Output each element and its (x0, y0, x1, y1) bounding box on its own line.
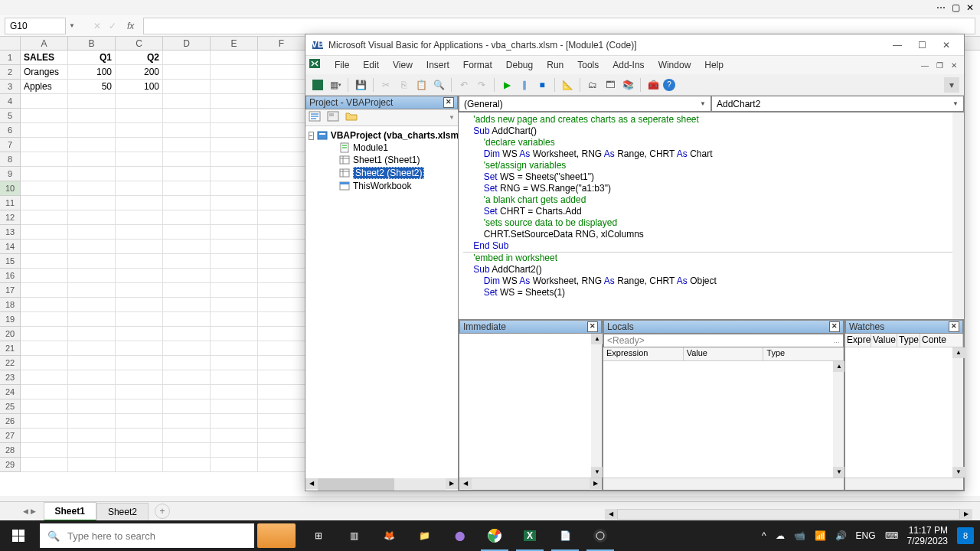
cell[interactable] (21, 269, 68, 283)
watches-body[interactable] (845, 347, 963, 478)
chrome-icon[interactable] (478, 520, 511, 551)
cell[interactable] (163, 109, 211, 123)
locals-title[interactable]: Locals ✕ (603, 320, 844, 334)
cell[interactable] (163, 138, 211, 152)
cell[interactable] (163, 80, 211, 94)
locals-body[interactable] (603, 361, 844, 478)
row-header[interactable]: 23 (0, 370, 21, 385)
row-header[interactable]: 2 (0, 65, 21, 80)
cell[interactable] (211, 399, 258, 414)
cell[interactable] (258, 240, 305, 254)
row-header[interactable]: 9 (0, 167, 21, 181)
formula-bar[interactable] (143, 18, 975, 34)
cell[interactable] (211, 458, 258, 472)
cell[interactable] (21, 356, 68, 370)
find-icon[interactable]: 🔍 (431, 77, 446, 93)
cell[interactable] (258, 370, 305, 385)
cell[interactable] (68, 254, 116, 269)
cell[interactable] (211, 138, 258, 152)
row-header[interactable]: 15 (0, 254, 21, 269)
cell[interactable] (116, 210, 163, 225)
watches-col-type[interactable]: Type (897, 334, 920, 347)
cell[interactable] (211, 269, 258, 283)
cell[interactable] (116, 414, 163, 429)
cell[interactable] (68, 240, 116, 254)
cancel-formula-icon[interactable]: ✕ (93, 21, 101, 31)
design-mode-icon[interactable]: 📐 (560, 77, 575, 93)
mdi-restore-icon[interactable]: ❐ (933, 59, 946, 71)
cell[interactable] (21, 385, 68, 399)
row-header[interactable]: 14 (0, 240, 21, 254)
project-hscroll[interactable]: ◀▶ (305, 478, 458, 491)
col-header[interactable]: A (21, 37, 68, 50)
cell[interactable] (211, 327, 258, 341)
cell[interactable] (163, 429, 211, 443)
cell[interactable] (116, 225, 163, 240)
cell[interactable] (21, 109, 68, 123)
close-button[interactable]: ✕ (935, 37, 958, 53)
cell[interactable]: Q2 (116, 51, 163, 65)
cell[interactable] (258, 298, 305, 312)
col-header[interactable]: D (163, 37, 211, 50)
cell[interactable] (116, 399, 163, 414)
cell[interactable] (116, 429, 163, 443)
row-header[interactable]: 6 (0, 123, 21, 138)
cell[interactable] (258, 167, 305, 181)
menu-help[interactable]: Help (698, 58, 730, 72)
cut-icon[interactable]: ✂ (378, 77, 394, 93)
cell[interactable] (21, 240, 68, 254)
meet-now-icon[interactable]: 📹 (794, 530, 805, 541)
row-header[interactable]: 21 (0, 341, 21, 356)
cell[interactable] (116, 152, 163, 167)
cell[interactable] (68, 458, 116, 472)
cell[interactable] (211, 254, 258, 269)
cell[interactable] (258, 138, 305, 152)
task-view-icon[interactable]: ⊞ (302, 520, 335, 551)
cell[interactable] (258, 181, 305, 196)
cell[interactable] (211, 94, 258, 109)
excel-return-icon[interactable] (309, 57, 324, 73)
undo-icon[interactable]: ↶ (456, 77, 472, 93)
cell[interactable] (116, 443, 163, 458)
cell[interactable] (258, 225, 305, 240)
cell[interactable] (258, 196, 305, 210)
cell[interactable] (21, 210, 68, 225)
close-icon[interactable]: ✕ (966, 2, 974, 13)
cell[interactable] (163, 269, 211, 283)
cell[interactable] (163, 167, 211, 181)
cell[interactable] (211, 240, 258, 254)
cell[interactable] (68, 443, 116, 458)
cell[interactable]: Oranges (21, 65, 68, 80)
cell[interactable] (211, 298, 258, 312)
cell[interactable] (163, 356, 211, 370)
menu-debug[interactable]: Debug (500, 58, 539, 72)
cell[interactable] (68, 356, 116, 370)
cell[interactable] (163, 94, 211, 109)
row-header[interactable]: 4 (0, 94, 21, 109)
cell[interactable] (163, 123, 211, 138)
cell[interactable] (211, 196, 258, 210)
cell[interactable] (21, 399, 68, 414)
redo-icon[interactable]: ↷ (474, 77, 489, 93)
mdi-minimize-icon[interactable]: — (918, 59, 932, 71)
terminal-icon[interactable]: ▥ (337, 520, 371, 551)
help-icon[interactable]: ? (663, 79, 675, 91)
break-icon[interactable]: ∥ (517, 77, 532, 93)
cell[interactable] (21, 167, 68, 181)
cell[interactable]: 200 (116, 65, 163, 80)
cell[interactable] (68, 196, 116, 210)
sheet-tab-sheet1[interactable]: Sheet1 (44, 502, 96, 521)
locals-col-value[interactable]: Value (684, 347, 764, 360)
cell[interactable] (163, 443, 211, 458)
cell[interactable] (211, 80, 258, 94)
cell[interactable] (21, 254, 68, 269)
cell[interactable] (258, 327, 305, 341)
col-header[interactable]: E (211, 37, 258, 50)
cell[interactable] (116, 254, 163, 269)
cell[interactable] (163, 51, 211, 65)
cell[interactable] (116, 94, 163, 109)
cell[interactable] (258, 269, 305, 283)
cell[interactable] (258, 399, 305, 414)
cell[interactable] (21, 123, 68, 138)
cell[interactable] (258, 51, 305, 65)
